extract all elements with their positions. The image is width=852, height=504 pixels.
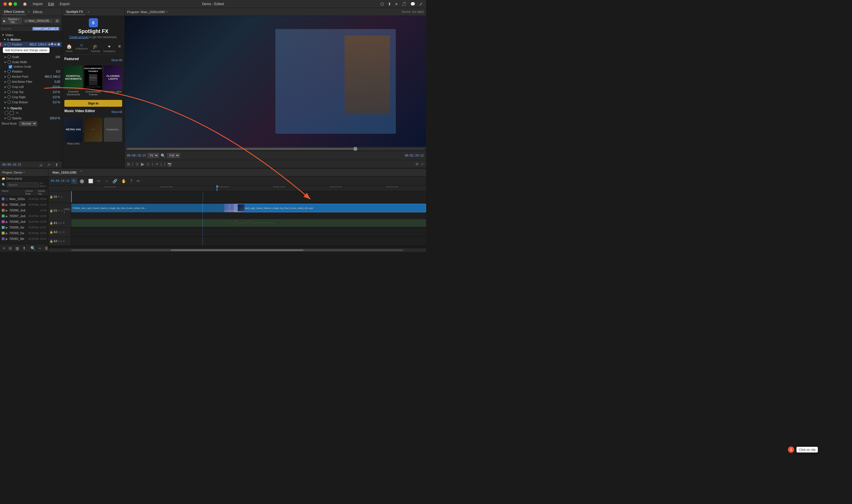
a1-lock-icon[interactable]: 🔒 (50, 221, 53, 224)
project-item-1[interactable]: ▶ 705896_Jedi 13:26 (0, 208, 48, 213)
music-show-all[interactable]: Show All (111, 110, 122, 113)
opacity-pen-btn[interactable]: ✏ (16, 111, 19, 115)
timeline-select-btn[interactable]: ↖ (71, 178, 77, 184)
timeline-razor-btn[interactable]: ✂ (96, 178, 102, 184)
a3-s-btn[interactable]: S (60, 240, 62, 243)
filter-btn[interactable]: ⊿ (38, 162, 44, 168)
scrollbar-track[interactable] (71, 249, 403, 251)
titlebar-icon-5[interactable]: 💬 (410, 2, 415, 6)
crop-right-property[interactable]: ▶ Crop Right 0,0 % (0, 94, 62, 100)
prev-keyframe-btn[interactable]: ◀ (48, 43, 50, 46)
sign-in-button[interactable]: Sign In (64, 100, 122, 107)
timeline-slip-btn[interactable]: ↔ (103, 178, 110, 184)
panel-menu-icon[interactable]: ≡ (28, 10, 30, 13)
timeline-text-btn[interactable]: T (129, 178, 134, 184)
crop-top-value[interactable]: 0,0 % (53, 90, 60, 94)
next-keyframe-btn[interactable]: ▶ (54, 43, 57, 46)
monitor-settings-btn[interactable]: ⚙ (415, 162, 419, 166)
v2-lock-icon[interactable]: 🔒 (50, 195, 53, 198)
spotlight-nav-home[interactable]: 🏠 Home (66, 44, 73, 53)
v2-sync-btn[interactable]: ⊙ (60, 196, 63, 198)
v2-eye-btn[interactable]: 👁 (57, 196, 60, 198)
rotation-property[interactable]: ▶ Rotation 0,0 (0, 69, 62, 74)
cross-dissolve[interactable]: Cross Dissolve (224, 204, 245, 212)
anchor-y-value[interactable]: 540,0 (53, 75, 60, 78)
project-item-2[interactable]: ▶ 705897_Jedi 25,00 fps 13:28 (0, 213, 48, 219)
new-item-btn[interactable]: ☰ (54, 19, 60, 23)
project-search-btn[interactable]: 🔍 (29, 245, 36, 251)
a2-s-btn[interactable]: S (60, 231, 62, 234)
sequence-btn[interactable]: ⬡ Main_1920x108... (23, 19, 53, 23)
crop-right-value[interactable]: 0,0 % (53, 96, 60, 99)
project-item-3[interactable]: ▶ 705898_Jedi 25,00 fps 13:35 (0, 219, 48, 224)
nav-import[interactable]: Import (33, 2, 42, 6)
monitor-in-btn[interactable]: { (161, 161, 162, 167)
project-list-view-btn[interactable]: ≡ (2, 245, 6, 251)
project-item-4[interactable]: ▶ 705899_Sw 25,00 fps 13:37 (0, 224, 48, 230)
monitor-grid-btn[interactable]: ⊞ (127, 161, 130, 167)
quality-select[interactable]: Full (167, 153, 180, 158)
nav-home[interactable]: 🏠 (23, 2, 27, 6)
a2-content[interactable] (71, 228, 426, 236)
maximize-button[interactable] (14, 2, 17, 6)
anchor-x-value[interactable]: 960,0 (45, 75, 52, 78)
scrubber-head[interactable] (353, 147, 358, 151)
a2-m-btn[interactable]: M (58, 231, 60, 234)
position-property[interactable]: ▶ Position 960,0 1254,0 ◀ ▶ + 2 (0, 42, 62, 47)
project-menu-icon[interactable]: ≡ (23, 171, 25, 174)
crop-left-property[interactable]: ▶ Crop Left 0,0 % (0, 84, 62, 89)
v1-content[interactable]: 705896_Jedi_Light_Sword_Warrior_Knight_B… (71, 203, 426, 219)
project-icon-view-btn[interactable]: ▦ (14, 245, 20, 251)
monitor-camera-btn[interactable]: 📷 (168, 161, 172, 167)
nav-edit[interactable]: Edit (48, 2, 54, 6)
timeline-tab-menu[interactable]: ≡ (80, 169, 82, 175)
featured-show-all[interactable]: Show All (111, 59, 122, 62)
v1-eye-btn[interactable]: 👁 (57, 209, 60, 212)
a3-lock-icon[interactable]: 🔒 (50, 240, 53, 243)
spotlight-nav-transitions[interactable]: ✦ Transitions (103, 44, 116, 53)
opacity-rect-btn[interactable] (10, 111, 14, 115)
timeline-ripple-btn[interactable]: ⬤ (79, 178, 85, 184)
source-monitor-btn[interactable]: ▶ Source • 705... (2, 17, 22, 24)
crop-bottom-value[interactable]: 0,0 % (53, 101, 60, 104)
clip-name-mini[interactable]: 705897_Jedi_Light_S (33, 27, 59, 31)
titlebar-icon-6[interactable]: ⤢ (419, 2, 422, 6)
scale-width-property[interactable]: ▶ Scale Width (0, 59, 62, 65)
a3-m-btn[interactable]: M (58, 240, 60, 243)
fx-card-flashing[interactable]: FLASHINGLIGHTS Flashing Lights (104, 66, 122, 96)
fx-card-documentary[interactable]: DOCUMENTARYFRAMES 4 COLLECTION Documenta (84, 66, 103, 96)
spotlight-nav-more[interactable]: ≡ (118, 44, 121, 53)
minimize-button[interactable] (8, 2, 12, 6)
spotlight-nav-collections[interactable]: ⬡ Collections (75, 44, 88, 53)
timeline-hand-btn[interactable]: ✋ (120, 178, 127, 184)
spotlight-menu-icon[interactable]: ≡ (88, 11, 89, 13)
blend-mode-select[interactable]: Normal (19, 121, 37, 126)
monitor-fullscreen-btn[interactable]: ⤢ (421, 162, 424, 166)
fx-card-essential[interactable]: ESSENTIALMOVEMENTS Essential Movements (64, 66, 83, 96)
a2-mic-btn[interactable]: 🎙 (63, 231, 65, 234)
project-item-0[interactable]: ▶ 705896_Jedi 25,00 fps 13:26 (0, 202, 48, 208)
v1-clip-1[interactable]: 705896_Jedi_Light_Sword_Warrior_Knight_B… (71, 204, 231, 212)
project-sort-btn[interactable]: ⬆ (21, 245, 27, 251)
project-new-btn[interactable]: + (38, 245, 42, 251)
tab-effects[interactable]: Effects (31, 9, 44, 15)
close-button[interactable] (3, 2, 7, 6)
timeline-pen-btn[interactable]: ✏ (136, 178, 141, 184)
a1-content[interactable] (71, 219, 426, 228)
monitor-play-btn[interactable]: ▶ (141, 161, 144, 167)
scale-property[interactable]: ▶ Scale 100 (0, 54, 62, 59)
v1-clip-2[interactable]: 705897_Jedi_Light_Sword_Warrior_Knight_B… (234, 204, 426, 212)
rotation-value[interactable]: 0,0 (56, 70, 60, 73)
titlebar-icon-1[interactable]: ⬡ (380, 2, 384, 6)
crop-left-value[interactable]: 0,0 % (53, 85, 60, 89)
a1-mic-btn[interactable]: 🎙 (63, 222, 65, 224)
a1-m-btn[interactable]: M (58, 222, 60, 224)
v1-lock-icon[interactable]: 🔒 (50, 209, 53, 212)
tab-sequence[interactable]: Main_1920x1080 (51, 169, 78, 175)
create-account-link[interactable]: Create account (69, 36, 89, 39)
zoom-in-btn[interactable]: 🔍 (161, 154, 166, 158)
monitor-mark-in-btn[interactable]: ⟨ (132, 161, 134, 167)
antiflicker-value[interactable]: 0,00 (55, 80, 60, 84)
nav-export[interactable]: Export (60, 2, 70, 6)
uniform-scale-checkbox[interactable] (8, 65, 12, 69)
